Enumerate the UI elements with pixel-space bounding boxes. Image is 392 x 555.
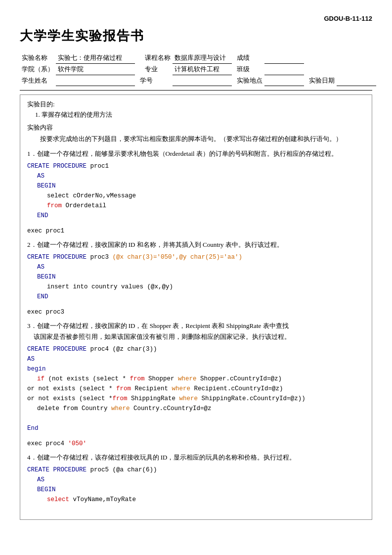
task-2-code: CREATE PROCEDURE proc3 (@x char(3)='050'… xyxy=(27,252,365,302)
task-4-desc: 4．创建一个存储过程，该存储过程接收玩具的 ID，显示相应的玩具的名称和价格。执… xyxy=(27,452,365,463)
task-1: 1．创建一个存储过程，能够显示要求礼物包装（Orderdetail 表）的订单的… xyxy=(27,148,365,234)
section-divider xyxy=(20,90,372,91)
purpose-section: 实验目的: 1. 掌握存储过程的使用方法 xyxy=(27,100,365,119)
info-table: 实验名称 实验七：使用存储过程 课程名称 数据库原理与设计 成绩 学院（系） 软… xyxy=(20,52,376,86)
exp-content-title: 实验内容 xyxy=(27,123,365,132)
task-2: 2．创建一个存储过程，接收国家的 ID 和名称，并将其插入到 Country 表… xyxy=(27,239,365,316)
task-2-exec: exec proc3 xyxy=(27,302,365,316)
value-course-name: 数据库原理与设计 xyxy=(173,52,232,64)
label-college: 学院（系） xyxy=(20,64,56,75)
task-3-code: CREATE PROCEDURE proc4 (@z char(3)) AS b… xyxy=(27,344,365,433)
task-1-code: CREATE PROCEDURE proc1 AS BEGIN select c… xyxy=(27,161,365,221)
label-score: 成绩 xyxy=(232,52,264,64)
task-1-exec: exec proc1 xyxy=(27,221,365,234)
value-score xyxy=(264,52,304,64)
value-class xyxy=(264,64,304,75)
value-exp-location xyxy=(264,75,304,86)
label-major: 专业 xyxy=(135,64,173,75)
label-exp-date: 实验日期 xyxy=(304,75,337,86)
task-3: 3．创建一个存储过程，接收国家的 ID，在 Shopper 表，Recipien… xyxy=(27,321,365,447)
label-exp-name: 实验名称 xyxy=(20,52,56,64)
label-exp-location: 实验地点 xyxy=(232,75,264,86)
value-college: 软件学院 xyxy=(56,64,135,75)
label-course-name: 课程名称 xyxy=(135,52,173,64)
task-3-exec: exec proc4 '050' xyxy=(27,433,365,447)
task-2-desc: 2．创建一个存储过程，接收国家的 ID 和名称，并将其插入到 Country 表… xyxy=(27,239,365,250)
value-exp-date xyxy=(337,75,376,86)
label-class: 班级 xyxy=(232,64,264,75)
value-major: 计算机软件工程 xyxy=(173,64,232,75)
task-4: 4．创建一个存储过程，该存储过程接收玩具的 ID，显示相应的玩具的名称和价格。执… xyxy=(27,452,365,505)
value-exp-name: 实验七：使用存储过程 xyxy=(56,52,135,64)
doc-id: GDOU-B-11-112 xyxy=(20,15,372,22)
task-3-desc: 3．创建一个存储过程，接收国家的 ID，在 Shopper 表，Recipien… xyxy=(27,321,365,342)
purpose-item-1: 1. 掌握存储过程的使用方法 xyxy=(35,110,365,119)
label-student-name: 学生姓名 xyxy=(20,75,56,86)
main-title: 大学学生实验报告书 xyxy=(20,27,372,45)
content-area: 实验目的: 1. 掌握存储过程的使用方法 实验内容 按要求完成给出的下列题目，要… xyxy=(20,94,372,520)
exp-desc: 按要求完成给出的下列题目，要求写出相应数据库的脚本语句。（要求写出存储过程的创建… xyxy=(27,134,365,144)
purpose-title: 实验目的: xyxy=(27,100,365,109)
label-student-id: 学号 xyxy=(135,75,173,86)
task-4-code: CREATE PROCEDURE proc5 (@a char(6)) AS B… xyxy=(27,465,365,505)
value-student-id xyxy=(173,75,232,86)
task-1-desc: 1．创建一个存储过程，能够显示要求礼物包装（Orderdetail 表）的订单的… xyxy=(27,148,365,159)
value-student-name xyxy=(56,75,135,86)
